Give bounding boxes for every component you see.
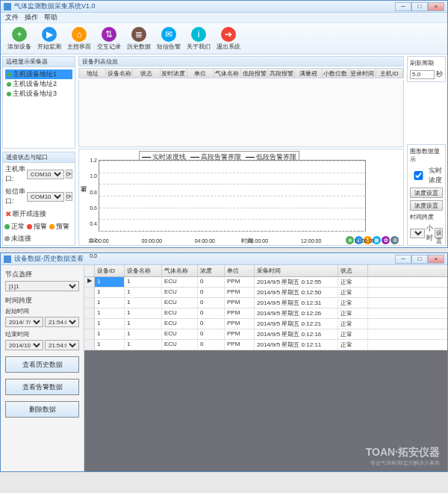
toolbar-开始监测[interactable]: ▶开始监测 — [35, 25, 63, 53]
refresh-icon[interactable]: ⟳ — [66, 170, 72, 179]
window-title: 设备数据-历史数据查看 — [14, 254, 395, 264]
table-row[interactable]: 11ECU0PPM2014/9/5 星期五 0:12:21正常 — [84, 319, 447, 329]
query-panel: 节点选择 [1]1 时间跨度 起始时间 2014/ 7/31 21:54:00 … — [1, 265, 84, 471]
timespan-select[interactable]: 24 — [410, 229, 425, 238]
app-icon — [4, 255, 11, 263]
brand-watermark: TOAN·拓安仪器 专业气体检测/监控解决方案商 — [366, 446, 440, 467]
sms-port-select[interactable]: COM10 — [27, 192, 64, 202]
close-button[interactable]: × — [428, 255, 444, 264]
table-row[interactable]: 11ECU0PPM2014/9/5 星期五 0:12:16正常 — [84, 329, 447, 340]
legend-item: 未连接 — [4, 234, 31, 244]
toolbar-退出系统[interactable]: ➔退出系统 — [214, 25, 243, 53]
refresh-box: 刷新周期 秒 — [407, 56, 446, 82]
end-label: 结束时间 — [5, 330, 79, 338]
view-alarm-button[interactable]: 查看告警数据 — [5, 379, 79, 395]
start-date[interactable]: 2014/ 7/31 — [5, 317, 43, 327]
toolbar-交互记录[interactable]: ⇅交互记录 — [95, 25, 123, 53]
host-port-select[interactable]: COM10 — [27, 170, 64, 179]
start-label: 起始时间 — [5, 307, 79, 315]
delete-data-button[interactable]: 删除数据 — [5, 401, 79, 418]
node-select[interactable]: [1]1 — [5, 281, 79, 291]
refresh-unit: 秒 — [436, 69, 443, 79]
app-icon — [4, 3, 11, 10]
status-legend: 正常报警预警未连接 — [3, 220, 75, 245]
end-time[interactable]: 21:54:00 — [45, 340, 79, 350]
toolbar-历史数据[interactable]: ≣历史数据 — [125, 25, 153, 53]
device-tree: 主机设备地址1主机设备地址2主机设备地址3 — [3, 67, 75, 101]
legend-item: 报警 — [27, 222, 47, 232]
device-tree-title: 远程显示采集器 — [3, 57, 75, 67]
data-grid-area: 设备ID设备名称气体名称浓度单位采集时间状态 ▶11ECU0PPM2014/9/… — [84, 265, 447, 471]
timespan-label: 时间跨度 — [410, 213, 443, 221]
tool-icon[interactable]: ⚙ — [391, 236, 399, 244]
node-label: 节点选择 — [5, 270, 79, 279]
end-date[interactable]: 2014/10/ 9 星期四 — [5, 340, 43, 350]
main-window: 气体监测数据采集系统V1.0 ─ □ × 文件 操作 帮助 +添加设备▶开始监测… — [0, 0, 448, 248]
minimize-button[interactable]: ─ — [395, 255, 411, 264]
legend-item: 正常 — [4, 222, 25, 232]
chart-options-box: 图形数据显示 实时浓度 浓度设置 浓度设置 时间跨度 24 小时 设置 — [407, 144, 446, 246]
titlebar[interactable]: 气体监测数据采集系统V1.0 ─ □ × — [1, 1, 447, 13]
timespan-label: 时间跨度 — [5, 296, 79, 306]
start-time[interactable]: 21:54:00 — [45, 317, 79, 327]
tree-item[interactable]: 主机设备地址2 — [5, 79, 72, 89]
refresh-input[interactable] — [410, 70, 435, 79]
opt-button[interactable]: 浓度设置 — [410, 200, 443, 211]
refresh-icon[interactable]: ⟳ — [66, 192, 72, 201]
opt-check[interactable] — [410, 171, 427, 180]
table-row[interactable]: 11ECU0PPM2014/9/5 星期五 0:12:26正常 — [84, 308, 447, 319]
minimize-button[interactable]: ─ — [395, 2, 411, 11]
close-button[interactable]: × — [428, 2, 444, 11]
connection-panel: 通道状态与端口 主机串口: COM10 ⟳ 短信串口: COM10 ⟳ ✖ 断开… — [2, 152, 75, 246]
titlebar[interactable]: 设备数据-历史数据查看 ─ □ × — [1, 253, 447, 265]
grid-header: 设备ID设备名称气体名称浓度单位采集时间状态 — [84, 265, 447, 277]
sms-port-label: 短信串口: — [5, 187, 25, 206]
tree-item[interactable]: 主机设备地址3 — [5, 89, 72, 99]
table-row[interactable]: 11ECU0PPM2014/9/5 星期五 0:12:50正常 — [84, 288, 447, 298]
toolbar-主控界面[interactable]: ⌂主控界面 — [65, 25, 93, 53]
chart-options-title: 图形数据显示 — [410, 147, 443, 164]
maximize-button[interactable]: □ — [411, 2, 428, 11]
toolbar-关于我们[interactable]: i关于我们 — [184, 25, 213, 53]
legend-item: 预警 — [49, 222, 69, 232]
tool-icon[interactable]: ✿ — [382, 236, 390, 244]
host-port-label: 主机串口: — [5, 164, 25, 184]
grid-body: ▶11ECU0PPM2014/9/5 星期五 0:12:55正常11ECU0PP… — [84, 277, 447, 350]
tool-icon[interactable]: ⊕ — [346, 236, 354, 244]
maximize-button[interactable]: □ — [411, 255, 428, 264]
window-title: 气体监测数据采集系统V1.0 — [14, 1, 395, 11]
menubar: 文件 操作 帮助 — [1, 13, 447, 23]
data-grid[interactable]: 设备ID设备名称气体名称浓度单位采集时间状态 ▶11ECU0PPM2014/9/… — [84, 265, 447, 350]
toolbar: +添加设备▶开始监测⌂主控界面⇅交互记录≣历史数据✉短信告警i关于我们➔退出系统 — [1, 23, 447, 55]
refresh-label: 刷新周期 — [410, 59, 443, 67]
reconnect-label[interactable]: 断开或连接 — [13, 209, 46, 219]
toolbar-添加设备[interactable]: +添加设备 — [5, 25, 34, 53]
disconnect-icon: ✖ — [5, 210, 11, 218]
view-history-button[interactable]: 查看历史数据 — [5, 356, 79, 373]
device-tree-panel: 远程显示采集器 主机设备地址1主机设备地址2主机设备地址3 — [2, 56, 75, 149]
device-table-title: 设备列表信息 — [78, 56, 404, 66]
table-row[interactable]: 11ECU0PPM2014/9/5 星期五 0:12:31正常 — [84, 298, 447, 308]
device-table-body[interactable] — [78, 80, 404, 147]
connection-title: 通道状态与端口 — [3, 152, 75, 163]
device-table-header: 地址设备名称状态发时浓度单位气体名称低段报警高段报警满量程小数位数登录时间主机I… — [78, 68, 404, 78]
menu-file[interactable]: 文件 — [5, 13, 19, 22]
history-window: 设备数据-历史数据查看 ─ □ × 节点选择 [1]1 时间跨度 起始时间 20… — [0, 252, 448, 472]
chart-plot[interactable] — [99, 160, 366, 232]
table-row[interactable]: 11ECU0PPM2014/9/5 星期五 0:12:11正常 — [84, 340, 447, 350]
menu-operate[interactable]: 操作 — [25, 13, 38, 22]
tree-item[interactable]: 主机设备地址1 — [5, 69, 72, 79]
table-row[interactable]: ▶11ECU0PPM2014/9/5 星期五 0:12:55正常 — [84, 277, 447, 288]
menu-help[interactable]: 帮助 — [44, 13, 57, 22]
toolbar-短信告警[interactable]: ✉短信告警 — [155, 25, 183, 53]
timespan-set-button[interactable]: 设置 — [435, 228, 443, 238]
opt-button[interactable]: 浓度设置 — [410, 187, 443, 198]
chart-area: 实时浓度线高段告警界限低段告警界限 浓度 时间 ⊕ ◐ ↻ ▦ ✿ ⚙ 0.00… — [78, 149, 404, 246]
